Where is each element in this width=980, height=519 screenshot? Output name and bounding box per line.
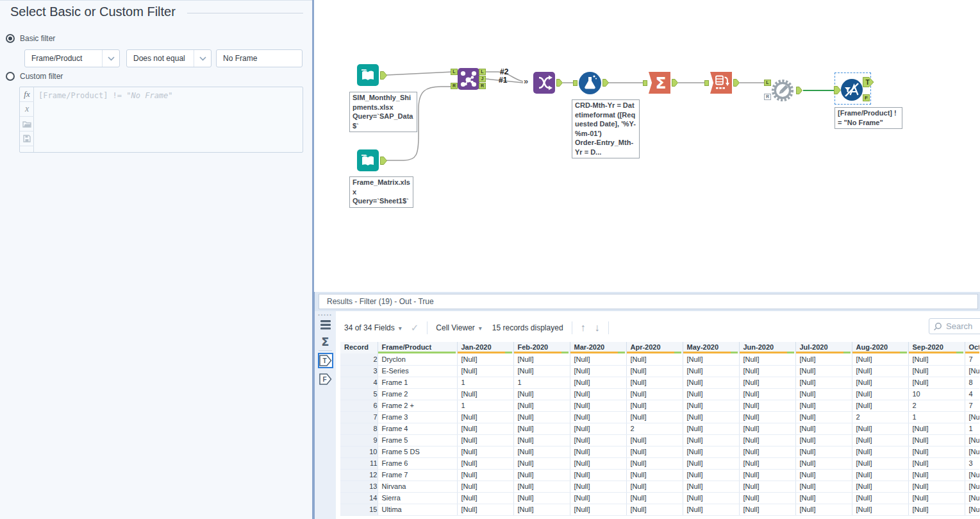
value-cell[interactable]: [Null]	[795, 446, 852, 457]
input-anchor-R[interactable]: R	[451, 83, 458, 89]
value-cell[interactable]: [Null]	[457, 504, 513, 515]
output-anchor[interactable]	[602, 79, 609, 87]
value-cell[interactable]: [Null]	[570, 388, 626, 400]
value-cell[interactable]: [Null]	[852, 377, 908, 388]
record-number-cell[interactable]: 4	[340, 377, 378, 388]
filter-value-input[interactable]	[217, 54, 302, 63]
value-cell[interactable]: [Null]	[852, 469, 908, 481]
value-cell[interactable]: [Null]	[739, 388, 795, 400]
product-cell[interactable]: Frame 5 DS	[378, 446, 457, 457]
value-cell[interactable]: [Null]	[683, 434, 739, 446]
field-dropdown[interactable]: Frame/Product	[24, 49, 120, 67]
tool-annotation[interactable]: CRD-Mth-Yr = Datetimeformat ([Requested …	[572, 99, 640, 158]
value-cell[interactable]: [Null]	[739, 377, 795, 388]
value-cell[interactable]: [Null]	[513, 504, 570, 515]
output-anchor[interactable]	[733, 79, 740, 87]
value-cell[interactable]: [Null]	[908, 423, 965, 434]
product-cell[interactable]: Frame 3	[378, 411, 457, 423]
record-number-cell[interactable]: 2	[340, 353, 378, 365]
input-data-tool-1[interactable]	[357, 64, 379, 86]
column-header[interactable]: Jul-2020	[795, 342, 852, 353]
value-cell[interactable]: [Null]	[513, 492, 570, 504]
value-cell[interactable]: [Null]	[513, 434, 570, 446]
value-cell[interactable]: [Null]	[965, 492, 979, 504]
value-cell[interactable]: 8	[965, 377, 979, 388]
value-cell[interactable]: [Null]	[852, 353, 908, 365]
value-cell[interactable]: [Null]	[457, 434, 513, 446]
product-cell[interactable]: Frame 2	[378, 388, 457, 400]
operator-dropdown[interactable]: Does not equal	[126, 49, 212, 67]
value-cell[interactable]: [Null]	[457, 457, 513, 469]
value-cell[interactable]: [Null]	[683, 365, 739, 377]
output-anchor-R[interactable]: R	[479, 83, 486, 89]
output-tab-true[interactable]: T	[318, 353, 333, 368]
value-cell[interactable]: [Null]	[513, 388, 570, 400]
value-cell[interactable]: [Null]	[908, 504, 965, 515]
value-cell[interactable]: [Null]	[852, 446, 908, 457]
value-cell[interactable]: [Null]	[683, 504, 739, 515]
value-cell[interactable]: 1	[513, 377, 570, 388]
chevron-down-icon[interactable]	[102, 50, 119, 67]
value-cell[interactable]: [Null]	[513, 400, 570, 411]
value-cell[interactable]: [Null]	[908, 469, 965, 481]
column-header[interactable]: Frame/Product	[378, 342, 457, 353]
arrow-up-icon[interactable]: ↑	[581, 322, 586, 334]
column-header[interactable]: Record	[340, 342, 378, 353]
table-row[interactable]: 11Frame 6[Null][Null][Null][Null][Null][…	[340, 457, 979, 469]
column-header[interactable]: Mar-2020	[570, 342, 626, 353]
value-cell[interactable]: [Null]	[457, 446, 513, 457]
input-anchor-R[interactable]: R	[764, 94, 771, 100]
value-cell[interactable]: [Null]	[965, 481, 979, 492]
value-cell[interactable]: [Null]	[908, 365, 965, 377]
value-cell[interactable]: [Null]	[570, 411, 626, 423]
column-header[interactable]: Feb-2020	[513, 342, 570, 353]
column-header[interactable]: Jan-2020	[457, 342, 513, 353]
value-cell[interactable]: [Null]	[626, 353, 683, 365]
column-header[interactable]: Jun-2020	[739, 342, 795, 353]
value-cell[interactable]: [Null]	[683, 400, 739, 411]
value-cell[interactable]: [Null]	[683, 388, 739, 400]
table-row[interactable]: 4Frame 111[Null][Null][Null][Null][Null]…	[340, 377, 979, 388]
table-row[interactable]: 7Frame 3[Null][Null][Null][Null][Null][N…	[340, 411, 979, 423]
value-cell[interactable]: [Null]	[683, 457, 739, 469]
output-anchor[interactable]	[380, 71, 387, 80]
value-cell[interactable]: [Null]	[570, 469, 626, 481]
value-cell[interactable]: [Null]	[570, 446, 626, 457]
tool-annotation[interactable]: Frame_Matrix.xlsx Query=`Sheet1$`	[349, 176, 413, 208]
value-cell[interactable]: [Null]	[513, 353, 570, 365]
value-cell[interactable]: [Null]	[795, 457, 852, 469]
fields-dropdown[interactable]: 34 of 34 Fields	[344, 323, 395, 332]
value-cell[interactable]: [Null]	[513, 446, 570, 457]
value-cell[interactable]: 1	[965, 423, 979, 434]
value-cell[interactable]: [Null]	[570, 457, 626, 469]
table-row[interactable]: 3E-Series[Null][Null][Null][Null][Null][…	[340, 365, 979, 377]
value-cell[interactable]: [Null]	[626, 388, 683, 400]
output-anchor-J[interactable]: J	[479, 76, 486, 82]
tool-annotation[interactable]: [Frame/Product] != "No Frame"	[835, 107, 902, 129]
filter-tool[interactable]: T F	[841, 79, 863, 101]
value-cell[interactable]: [Null]	[457, 481, 513, 492]
value-cell[interactable]: [Null]	[795, 388, 852, 400]
data-view-icon[interactable]	[319, 318, 332, 331]
column-header[interactable]: Aug-2020	[852, 342, 908, 353]
product-cell[interactable]: Frame 2 +	[378, 400, 457, 411]
value-cell[interactable]: [Null]	[908, 446, 965, 457]
value-cell[interactable]: [Null]	[739, 504, 795, 515]
search-box[interactable]	[929, 318, 980, 334]
input-anchor[interactable]	[704, 80, 709, 86]
value-cell[interactable]: [Null]	[795, 504, 852, 515]
output-anchor-L[interactable]: L	[479, 69, 486, 75]
table-row[interactable]: 9Frame 5[Null][Null][Null][Null][Null][N…	[340, 434, 979, 446]
value-cell[interactable]: [Null]	[626, 446, 683, 457]
input-anchor[interactable]	[573, 80, 577, 86]
value-cell[interactable]: [Null]	[739, 469, 795, 481]
apply-check-icon[interactable]: ✓	[411, 322, 419, 334]
value-cell[interactable]: [Null]	[739, 411, 795, 423]
product-cell[interactable]: Dryclon	[378, 353, 457, 365]
grip-icon[interactable]: •••••	[315, 312, 336, 317]
input-anchor-L[interactable]: L	[764, 80, 771, 86]
value-cell[interactable]: [Null]	[457, 469, 513, 481]
table-row[interactable]: 8Frame 4[Null][Null][Null]2[Null][Null][…	[340, 423, 979, 434]
value-cell[interactable]: [Null]	[457, 353, 513, 365]
product-cell[interactable]: Frame 7	[378, 469, 457, 481]
